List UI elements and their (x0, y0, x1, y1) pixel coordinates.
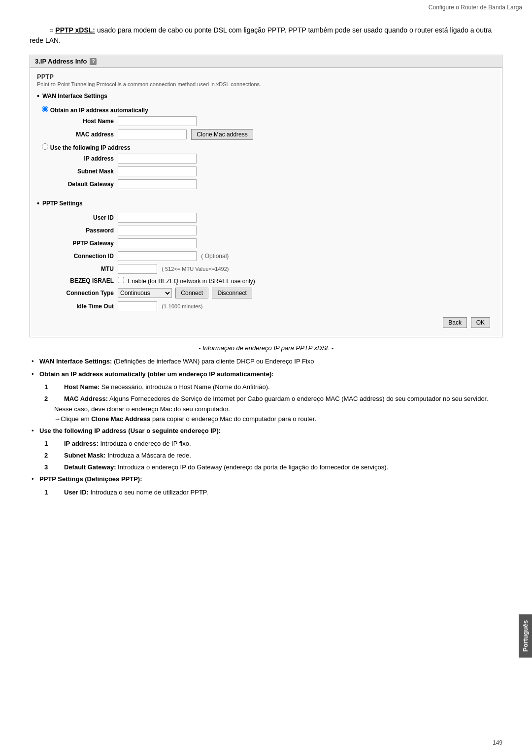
bezeq-checkbox-label: Enable (for BEZEQ network in ISRAEL use … (128, 278, 255, 285)
sub-host-name: 1 Host Name: Se necessário, introduza o … (30, 382, 502, 392)
idle-timeout-label: Idle Time Out (37, 300, 116, 313)
mac-address-row: MAC address 000000000000 Clone Mac addre… (37, 128, 495, 141)
side-tab: Português (519, 614, 532, 657)
radio-obtain-auto-label[interactable]: Obtain an IP address automatically (50, 107, 148, 114)
protocol-desc: Point-to-Point Tunneling Protocol is a c… (37, 81, 495, 87)
subnet-mask-label: Subnet Mask (37, 165, 116, 178)
password-input[interactable] (118, 226, 197, 235)
default-gateway-row: Default Gateway 0.0.0.0 (37, 178, 495, 191)
host-name-label: Host Name (37, 115, 116, 128)
user-id-input[interactable] (118, 213, 197, 223)
obtain-auto-table: Host Name MAC address 000000000000 Clone… (37, 115, 495, 141)
disconnect-button[interactable]: Disconnect (212, 288, 252, 298)
idle-hint: (1-1000 minutes) (162, 303, 202, 309)
radio-following-ip[interactable] (42, 143, 48, 150)
back-button[interactable]: Back (443, 317, 467, 328)
bezeq-checkbox[interactable] (118, 277, 124, 283)
sub-subnet-mask: 2 Subnet Mask: Introduza a Máscara de re… (30, 451, 502, 460)
sub-default-gateway: 3 Default Gateway: Introduza o endereço … (30, 462, 502, 472)
default-gateway-input-cell: 0.0.0.0 (116, 178, 495, 191)
ip-address-label: IP address (37, 152, 116, 165)
connect-button[interactable]: Connect (175, 288, 208, 298)
radio-obtain-auto-row: Obtain an IP address automatically (37, 104, 495, 115)
form-panel-header: 3.IP Address Info ? (30, 55, 502, 68)
ip-address-row: IP address 0.0.0.0 (37, 152, 495, 165)
mtu-row: MTU 1492 ( 512<= MTU Value<=1492) (37, 263, 495, 275)
connection-id-input-cell: ( Optional) (116, 250, 495, 263)
connection-id-input[interactable] (118, 251, 197, 261)
sub-user-id: 1 User ID: Introduza o seu nome de utili… (30, 488, 502, 497)
bezeq-row: BEZEQ ISRAEL Enable (for BEZEQ network i… (37, 275, 495, 286)
pptp-xdsl-title: PPTP xDSL: (55, 26, 95, 34)
connection-id-label: Connection ID (37, 250, 116, 263)
radio-following-ip-row: Use the following IP address (37, 141, 495, 152)
ok-button[interactable]: OK (471, 317, 490, 328)
mtu-input-cell: 1492 ( 512<= MTU Value<=1492) (116, 263, 495, 275)
pptp-gateway-input-cell: 0.0.0.0 (116, 237, 495, 250)
pptp-gateway-input[interactable]: 0.0.0.0 (118, 238, 197, 248)
password-input-cell (116, 224, 495, 237)
host-name-row: Host Name (37, 115, 495, 128)
ip-address-input-cell: 0.0.0.0 (116, 152, 495, 165)
subnet-mask-input[interactable]: 0.0.0.0 (118, 166, 197, 176)
idle-timeout-input[interactable]: 10 (118, 301, 157, 311)
mac-address-input[interactable]: 000000000000 (118, 130, 187, 139)
radio-following-ip-label[interactable]: Use the following IP address (50, 144, 131, 151)
intro-paragraph: ○ PPTP xDSL: usado para modem de cabo ou… (30, 25, 502, 46)
user-id-label: User ID (37, 211, 116, 224)
optional-label: ( Optional) (201, 253, 229, 260)
connection-type-row: Connection Type Continuous Connect Disco… (37, 286, 495, 300)
bullet-obtain-auto: Obtain an IP address automatically (obte… (30, 369, 502, 379)
bezeq-input-cell: Enable (for BEZEQ network in ISRAEL use … (116, 275, 495, 286)
bezeq-label: BEZEQ ISRAEL (37, 275, 116, 286)
connection-type-label: Connection Type (37, 286, 116, 300)
mac-address-input-cell: 000000000000 Clone Mac address (116, 128, 495, 141)
idle-timeout-row: Idle Time Out 10 (1-1000 minutes) (37, 300, 495, 313)
page-header: Configure o Router de Banda Larga (0, 0, 532, 15)
user-id-row: User ID (37, 211, 495, 224)
default-gateway-label: Default Gateway (37, 178, 116, 191)
sub-ip-address: 1 IP address: Introduza o endereço de IP… (30, 439, 502, 449)
connection-id-row: Connection ID ( Optional) (37, 250, 495, 263)
subnet-mask-input-cell: 0.0.0.0 (116, 165, 495, 178)
host-name-input[interactable] (118, 116, 197, 126)
bullet-wan-settings: WAN Interface Settings: (Definições de i… (30, 357, 502, 366)
protocol-title: PPTP (37, 73, 495, 80)
page-number: 149 (493, 739, 502, 746)
user-id-input-cell (116, 211, 495, 224)
pptp-section-label: PPTP Settings (37, 199, 495, 207)
mac-address-label: MAC address (37, 128, 116, 141)
static-ip-table: IP address 0.0.0.0 Subnet Mask 0.0.0.0 D… (37, 152, 495, 191)
default-gateway-input[interactable]: 0.0.0.0 (118, 179, 197, 189)
password-row: Password (37, 224, 495, 237)
bullet-use-following: Use the following IP address (Usar o seg… (30, 426, 502, 436)
ip-address-input[interactable]: 0.0.0.0 (118, 154, 197, 164)
mtu-label: MTU (37, 263, 116, 275)
pptp-gateway-label: PPTP Gateway (37, 237, 116, 250)
connection-type-select[interactable]: Continuous (118, 288, 172, 298)
mtu-input[interactable]: 1492 (118, 264, 157, 274)
mtu-hint: ( 512<= MTU Value<=1492) (162, 266, 229, 272)
help-icon[interactable]: ? (90, 58, 97, 65)
password-label: Password (37, 224, 116, 237)
bullet-pptp-settings: PPTP Settings (Definições PPTP): (30, 474, 502, 484)
caption: - Informação de endereço IP para PPTP xD… (30, 344, 502, 352)
section-header-label: 3.IP Address Info (35, 58, 87, 65)
pptp-settings-table: User ID Password PPTP Gateway 0.0.0.0 (37, 211, 495, 313)
pptp-gateway-row: PPTP Gateway 0.0.0.0 (37, 237, 495, 250)
clone-mac-button[interactable]: Clone Mac address (191, 129, 253, 140)
sub-mac-address: 2 MAC Address: Alguns Fornecedores de Se… (30, 394, 502, 424)
body-text: WAN Interface Settings: (Definições de i… (30, 357, 502, 497)
form-panel: 3.IP Address Info ? PPTP Point-to-Point … (30, 55, 502, 337)
idle-timeout-input-cell: 10 (1-1000 minutes) (116, 300, 495, 313)
radio-obtain-auto[interactable] (42, 106, 48, 112)
host-name-input-cell (116, 115, 495, 128)
subnet-mask-row: Subnet Mask 0.0.0.0 (37, 165, 495, 178)
wan-section-label: WAN Interface Settings (37, 92, 495, 100)
form-footer-buttons: Back OK (37, 313, 495, 332)
connection-type-input-cell: Continuous Connect Disconnect (116, 286, 495, 300)
